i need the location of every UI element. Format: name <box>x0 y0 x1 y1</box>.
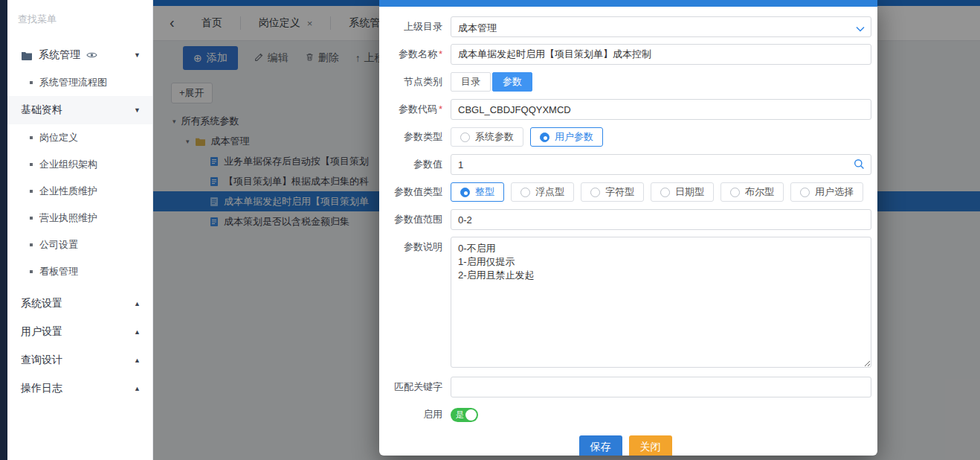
value-type-boolean-radio[interactable]: 布尔型 <box>721 182 784 202</box>
param-type-system-radio[interactable]: 系统参数 <box>451 127 523 147</box>
field-label: 参数说明 <box>379 237 451 258</box>
param-value-input[interactable] <box>451 154 871 175</box>
bullet-icon <box>30 217 33 220</box>
sidebar-subitem-label: 营业执照维护 <box>39 211 97 225</box>
value-type-user-select-radio[interactable]: 用户选择 <box>790 182 863 202</box>
radio-icon <box>590 188 600 197</box>
form-row-param-type: 参数类型 系统参数 用户参数 <box>379 127 871 147</box>
radio-icon <box>460 188 470 197</box>
chevron-up-icon[interactable]: ▲ <box>134 300 141 307</box>
sidebar-subitem-label: 系统管理流程图 <box>39 76 107 89</box>
sidebar-search-row <box>7 0 152 29</box>
sidebar-item-system-settings[interactable]: 系统设置 ▲ <box>7 290 152 318</box>
chevron-up-icon[interactable]: ▲ <box>134 385 141 392</box>
chevron-down-icon[interactable]: ▼ <box>134 51 141 59</box>
bullet-icon <box>30 163 33 166</box>
sidebar-item-label: 系统设置 <box>21 297 62 310</box>
form-row-param-code: 参数代码* <box>379 99 871 120</box>
param-name-input[interactable] <box>451 44 871 65</box>
form-row-keyword: 匹配关键字 <box>379 377 871 397</box>
form-row-parent-dir: 上级目录 成本管理 <box>379 16 871 37</box>
radio-icon <box>520 188 530 197</box>
radio-icon <box>730 188 740 197</box>
sidebar-item-user-settings[interactable]: 用户设置 ▲ <box>7 318 152 346</box>
sidebar-item-system-management[interactable]: 系统管理 ▼ <box>7 41 152 69</box>
form-row-enabled: 启用 是 <box>379 404 871 425</box>
form-row-param-value: 参数值 <box>379 154 871 175</box>
enabled-toggle[interactable]: 是 <box>451 408 478 422</box>
sidebar-item-position-definition[interactable]: 岗位定义 <box>7 124 152 151</box>
chevron-down-icon[interactable] <box>856 23 865 34</box>
parent-directory-value[interactable]: 成本管理 <box>451 16 871 37</box>
field-label: 参数值范围 <box>379 209 451 230</box>
value-type-options: 整型 浮点型 字符型 日期型 布尔型 <box>451 182 871 202</box>
sidebar-item-label: 查询设计 <box>21 354 62 367</box>
bullet-icon <box>30 270 33 273</box>
form-row-value-range: 参数值范围 <box>379 209 871 230</box>
field-label: 参数名称* <box>379 44 451 65</box>
field-label: 参数值 <box>379 154 451 175</box>
field-label: 匹配关键字 <box>379 377 451 397</box>
sidebar-item-company-settings[interactable]: 公司设置 <box>7 231 152 258</box>
sidebar: 系统管理 ▼ 系统管理流程图 基础资料 ▼ 岗位定义 企业组织架构 企业性质维护 <box>7 0 153 460</box>
form-row-param-name: 参数名称* <box>379 44 871 65</box>
save-button[interactable]: 保存 <box>579 435 622 456</box>
search-input[interactable] <box>18 13 149 25</box>
sidebar-item-query-design[interactable]: 查询设计 ▲ <box>7 346 152 374</box>
form-row-description: 参数说明 0-不启用 1-启用仅提示 2-启用且禁止发起 <box>379 237 871 370</box>
node-type-segmented: 目录 参数 <box>451 72 871 92</box>
sidebar-item-basic-data[interactable]: 基础资料 ▼ <box>7 96 152 124</box>
folder-icon <box>21 51 33 60</box>
sidebar-item-system-flowchart[interactable]: 系统管理流程图 <box>7 69 152 96</box>
field-label: 上级目录 <box>379 16 451 37</box>
value-type-integer-radio[interactable]: 整型 <box>451 182 504 202</box>
chevron-up-icon[interactable]: ▲ <box>134 357 141 364</box>
sidebar-item-label: 基础资料 <box>21 103 62 117</box>
toggle-on-label: 是 <box>456 410 464 420</box>
sidebar-subitem-label: 看板管理 <box>39 265 78 278</box>
form-row-node-type: 节点类别 目录 参数 <box>379 71 871 92</box>
node-type-parameter-button[interactable]: 参数 <box>492 72 532 92</box>
value-type-string-radio[interactable]: 字符型 <box>581 182 644 202</box>
value-type-float-radio[interactable]: 浮点型 <box>511 182 574 202</box>
field-label: 参数类型 <box>379 127 451 147</box>
field-label: 参数值类型 <box>379 182 451 202</box>
eye-icon[interactable] <box>86 51 97 59</box>
form-row-value-type: 参数值类型 整型 浮点型 字符型 日期型 <box>379 182 871 202</box>
value-range-input[interactable] <box>451 209 871 230</box>
parent-directory-select[interactable]: 成本管理 <box>451 16 871 37</box>
field-label: 节点类别 <box>379 71 451 92</box>
required-icon: * <box>439 103 442 115</box>
value-type-date-radio[interactable]: 日期型 <box>651 182 714 202</box>
sidebar-item-operation-log[interactable]: 操作日志 ▲ <box>7 374 152 403</box>
chevron-down-icon[interactable]: ▼ <box>134 106 141 114</box>
parameter-edit-dialog: 上级目录 成本管理 参数名称* 节点类别 目录 参数 参数代码* <box>379 0 877 456</box>
sidebar-menu: 系统管理 ▼ 系统管理流程图 基础资料 ▼ 岗位定义 企业组织架构 企业性质维护 <box>7 41 152 403</box>
required-icon: * <box>439 48 442 60</box>
sidebar-item-dashboard-management[interactable]: 看板管理 <box>7 258 152 285</box>
search-icon[interactable] <box>854 159 865 172</box>
radio-icon <box>540 132 549 142</box>
app-left-rail <box>0 0 7 460</box>
chevron-up-icon[interactable]: ▲ <box>134 328 141 336</box>
dialog-header-bar <box>379 0 877 7</box>
toggle-knob <box>465 409 477 421</box>
sidebar-item-enterprise-nature[interactable]: 企业性质维护 <box>7 178 152 205</box>
close-button[interactable]: 关闭 <box>629 435 672 456</box>
param-type-options: 系统参数 用户参数 <box>451 127 871 147</box>
sidebar-item-label: 用户设置 <box>21 325 62 339</box>
param-code-input[interactable] <box>451 99 871 120</box>
sidebar-item-business-license[interactable]: 营业执照维护 <box>7 205 152 231</box>
sidebar-item-label: 操作日志 <box>21 382 62 395</box>
keyword-input[interactable] <box>451 377 871 397</box>
radio-icon <box>800 188 810 197</box>
node-type-directory-button[interactable]: 目录 <box>451 72 491 92</box>
param-type-user-radio[interactable]: 用户参数 <box>530 127 603 147</box>
sidebar-subitem-label: 岗位定义 <box>39 131 78 144</box>
field-label: 参数代码* <box>379 99 451 120</box>
sidebar-item-label: 系统管理 <box>39 48 80 62</box>
bullet-icon <box>30 136 33 139</box>
sidebar-item-org-structure[interactable]: 企业组织架构 <box>7 151 152 178</box>
bullet-icon <box>30 190 33 193</box>
description-textarea[interactable]: 0-不启用 1-启用仅提示 2-启用且禁止发起 <box>451 237 871 368</box>
